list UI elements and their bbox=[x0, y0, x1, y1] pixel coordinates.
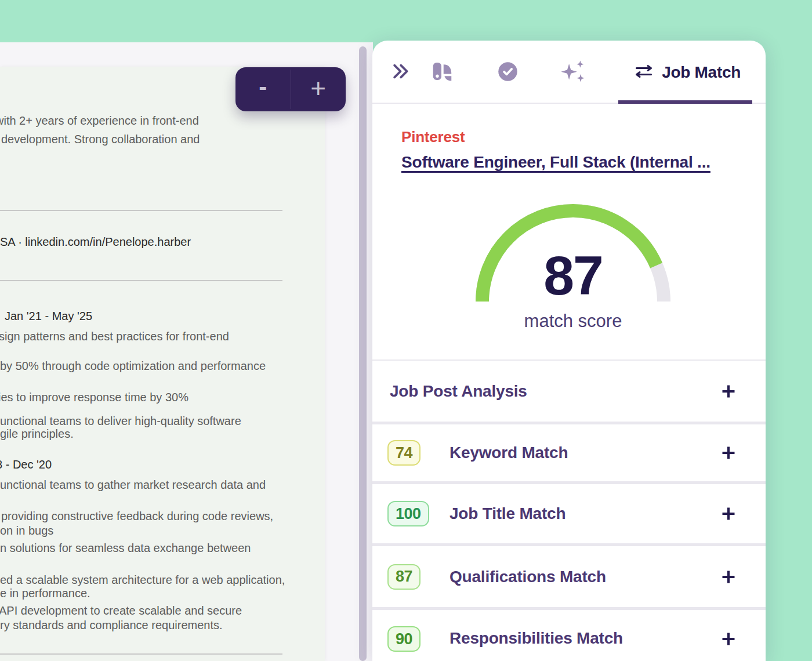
resume-text-line: e in performance. bbox=[0, 586, 90, 600]
resume-preview-area: with 2+ years of experience in front-end… bbox=[0, 42, 373, 661]
resume-text-line: unctional teams to deliver high-quality … bbox=[0, 414, 241, 428]
resume-text-line: providing constructive feedback during c… bbox=[1, 509, 273, 523]
resume-text-line: unctional teams to gather market researc… bbox=[0, 478, 266, 492]
vertical-scrollbar[interactable] bbox=[359, 46, 367, 661]
section-row-keyword-match[interactable]: 74 Keyword Match bbox=[372, 424, 766, 481]
section-row-qualifications-match[interactable]: 87 Qualifications Match bbox=[372, 546, 766, 607]
job-title-link[interactable]: Software Engineer, Full Stack (Internal … bbox=[401, 153, 710, 172]
resume-document: with 2+ years of experience in front-end… bbox=[0, 67, 325, 661]
job-match-panel: Job Match Pinterest Software Engineer, F… bbox=[372, 41, 766, 661]
resume-text-line: API development to create scalable and s… bbox=[0, 604, 242, 618]
double-chevron-right-icon bbox=[392, 63, 409, 82]
tab-job-match[interactable]: Job Match bbox=[618, 41, 752, 104]
swap-arrows-icon bbox=[634, 63, 654, 82]
resume-text-line: by 50% through code optimization and per… bbox=[0, 359, 266, 373]
resume-divider bbox=[0, 280, 282, 281]
resume-contact-line: SA · linkedin.com/in/Penelope.harber bbox=[0, 235, 191, 249]
expand-qualifications-match-button[interactable] bbox=[721, 569, 736, 584]
resume-divider bbox=[0, 653, 282, 655]
section-row-job-post-analysis[interactable]: Job Post Analysis bbox=[372, 361, 766, 422]
resume-text-line: sign patterns and best practices for fro… bbox=[0, 329, 229, 343]
expand-keyword-match-button[interactable] bbox=[721, 445, 736, 461]
resume-text-line: development. Strong collaboration and bbox=[1, 132, 200, 146]
verified-badge-button[interactable] bbox=[498, 61, 518, 83]
verified-badge-icon bbox=[498, 61, 518, 83]
expand-job-title-match-button[interactable] bbox=[721, 506, 736, 522]
score-badge: 87 bbox=[387, 564, 420, 590]
zoom-in-button[interactable]: + bbox=[291, 67, 346, 111]
design-swatch-button[interactable] bbox=[431, 60, 452, 84]
expand-job-post-analysis-button[interactable] bbox=[721, 383, 736, 399]
ai-sparkles-button[interactable] bbox=[560, 60, 586, 85]
expand-responsibilities-match-button[interactable] bbox=[721, 631, 736, 647]
section-label: Responsibilities Match bbox=[449, 629, 623, 648]
sparkles-icon bbox=[560, 60, 586, 85]
resume-text-line: with 2+ years of experience in front-end bbox=[0, 114, 199, 128]
score-badge: 90 bbox=[387, 626, 420, 652]
section-label: Job Post Analysis bbox=[390, 382, 527, 401]
resume-date-range: 8 - Dec '20 bbox=[0, 457, 52, 471]
zoom-controls: - + bbox=[235, 67, 346, 111]
resume-text-line: n solutions for seamless data exchange b… bbox=[0, 541, 251, 555]
collapse-panel-button[interactable] bbox=[392, 63, 409, 82]
score-badge: 100 bbox=[387, 501, 429, 526]
zoom-out-button[interactable]: - bbox=[235, 67, 291, 111]
tab-job-match-label: Job Match bbox=[662, 63, 741, 82]
match-score-gauge: 87 match score bbox=[476, 204, 670, 304]
section-label: Qualifications Match bbox=[449, 568, 606, 586]
resume-text-line: gile principles. bbox=[0, 427, 74, 441]
panel-toolbar: Job Match bbox=[372, 41, 766, 104]
design-swatch-icon bbox=[431, 60, 452, 84]
resume-text-line: ies to improve response time by 30% bbox=[0, 390, 188, 404]
resume-text-line: ed a scalable system architecture for a … bbox=[0, 573, 285, 587]
resume-text-line: on in bugs bbox=[0, 524, 53, 537]
section-row-job-title-match[interactable]: 100 Job Title Match bbox=[372, 484, 766, 543]
match-sections: Job Post Analysis 74 Keyword Match 100 J… bbox=[372, 361, 766, 661]
company-name: Pinterest bbox=[401, 128, 465, 146]
section-label: Job Title Match bbox=[449, 504, 566, 523]
score-badge: 74 bbox=[387, 440, 420, 466]
section-row-responsibilities-match[interactable]: 90 Responsibilities Match bbox=[372, 610, 766, 661]
match-score-value: 87 bbox=[476, 248, 670, 303]
resume-text-line: ry standards and compliance requirements… bbox=[0, 618, 223, 632]
resume-divider bbox=[0, 210, 282, 211]
resume-date-range: Jan '21 - May '25 bbox=[5, 309, 92, 323]
section-label: Keyword Match bbox=[449, 444, 568, 462]
match-score-label: match score bbox=[476, 311, 670, 332]
